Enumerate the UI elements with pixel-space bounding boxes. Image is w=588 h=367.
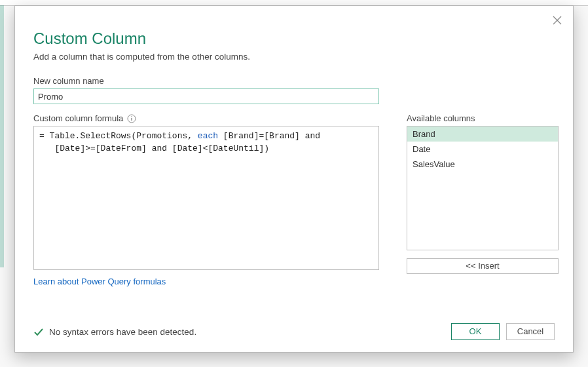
formula-label: Custom column formula [33,113,123,123]
list-item[interactable]: Date [407,142,558,157]
learn-link[interactable]: Learn about Power Query formulas [33,277,379,286]
check-icon [33,326,44,337]
list-item[interactable]: Brand [407,126,558,142]
formula-text-rest1: [Brand]=[Brand] and [218,131,320,141]
available-columns-list[interactable]: Brand Date SalesValue [407,126,559,250]
info-icon[interactable] [127,114,136,123]
new-column-name-input[interactable] [33,88,379,104]
custom-column-dialog: Custom Column Add a column that is compu… [14,5,574,353]
dialog-footer: No syntax errors have been detected. OK … [33,323,555,340]
formula-keyword: each [198,131,218,141]
dialog-subtitle: Add a column that is computed from the o… [33,52,555,62]
status-text: No syntax errors have been detected. [49,327,196,337]
formula-text-line2: [Date]>=[DateFrom] and [Date]<[DateUntil… [39,144,269,153]
formula-editor[interactable]: = Table.SelectRows(Promotions, each [Bra… [33,126,379,270]
svg-point-4 [131,116,132,117]
status-message: No syntax errors have been detected. [33,326,196,337]
new-column-name-label: New column name [33,76,555,86]
insert-button[interactable]: << Insert [407,258,559,274]
formula-text-prefix: = Table.SelectRows(Promotions, [39,131,198,141]
close-icon[interactable] [552,15,562,26]
cancel-button[interactable]: Cancel [506,323,555,340]
available-columns-label: Available columns [407,113,559,123]
ok-button[interactable]: OK [451,323,500,340]
background-accent [0,5,4,267]
dialog-title: Custom Column [33,29,555,48]
list-item[interactable]: SalesValue [407,157,558,172]
